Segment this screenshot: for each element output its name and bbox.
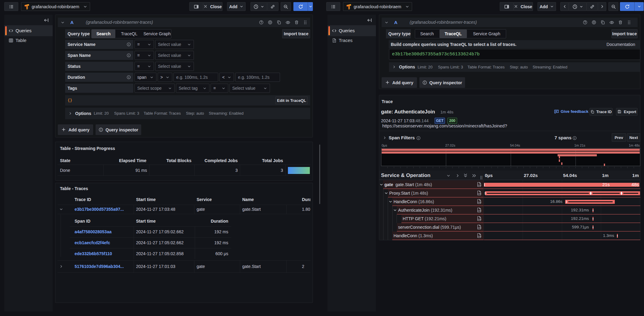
svg-text:LOG: LOG <box>478 227 481 229</box>
svg-text:LOG: LOG <box>478 193 481 195</box>
svg-text:LOG: LOG <box>478 201 481 203</box>
svg-text:LOG: LOG <box>478 210 481 212</box>
svg-text:LOG: LOG <box>478 184 481 186</box>
svg-text:LOG: LOG <box>478 235 481 237</box>
svg-text:LOG: LOG <box>478 218 481 220</box>
